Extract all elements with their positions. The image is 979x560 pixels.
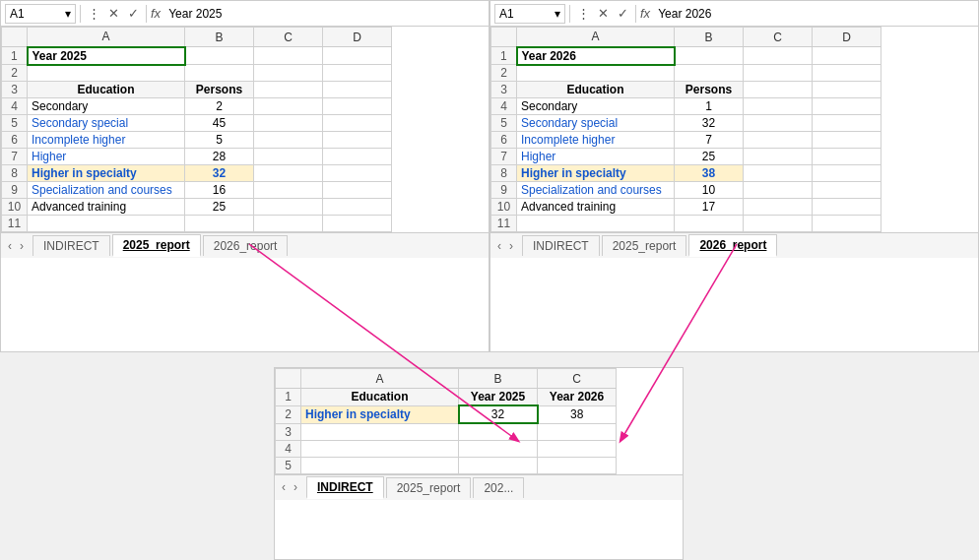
right-cell-B7[interactable]: 25	[675, 149, 744, 165]
left-cell-B2[interactable]	[185, 65, 254, 82]
right-cell-C11[interactable]	[744, 216, 813, 232]
left-cell-A5[interactable]: Secondary special	[28, 115, 185, 132]
left-col-header-D[interactable]: D	[323, 28, 392, 47]
left-cell-A3[interactable]: Education	[28, 82, 185, 98]
right-cell-D1[interactable]	[813, 47, 881, 65]
right-cell-C9[interactable]	[744, 182, 813, 199]
right-tab-prev[interactable]: ‹	[494, 239, 504, 253]
bottom-cell-B2[interactable]: 32	[459, 405, 538, 423]
right-cell-D5[interactable]	[813, 115, 881, 132]
left-cell-C7[interactable]	[254, 149, 323, 165]
left-cell-B8[interactable]: 32	[185, 165, 254, 182]
left-cell-A4[interactable]: Secondary	[28, 98, 185, 115]
left-cell-C8[interactable]	[254, 165, 323, 182]
right-col-header-B[interactable]: B	[675, 28, 744, 47]
right-cell-B6[interactable]: 7	[675, 132, 744, 149]
left-cell-D5[interactable]	[323, 115, 392, 132]
bottom-cell-C4[interactable]	[538, 440, 617, 457]
left-cell-D4[interactable]	[323, 98, 392, 115]
bottom-cell-B3[interactable]	[459, 423, 538, 440]
right-cell-B8[interactable]: 38	[675, 165, 744, 182]
left-cell-B9[interactable]: 16	[185, 182, 254, 199]
bottom-cell-B1[interactable]: Year 2025	[459, 389, 538, 406]
left-tab-prev[interactable]: ‹	[5, 239, 15, 253]
right-cell-B10[interactable]: 17	[675, 199, 744, 216]
left-cell-C6[interactable]	[254, 132, 323, 149]
left-cell-D3[interactable]	[323, 82, 392, 98]
left-cell-B1[interactable]	[185, 47, 254, 65]
right-cell-D3[interactable]	[813, 82, 881, 98]
left-tab-next[interactable]: ›	[17, 239, 27, 253]
left-tab-2026[interactable]: 2026_report	[203, 235, 289, 256]
bottom-cell-A4[interactable]	[301, 440, 459, 457]
right-cell-C10[interactable]	[744, 199, 813, 216]
left-cell-A7[interactable]: Higher	[28, 149, 185, 165]
right-name-box[interactable]: A1 ▾	[494, 4, 565, 24]
left-cell-C2[interactable]	[254, 65, 323, 82]
bottom-cell-A3[interactable]	[301, 423, 459, 440]
right-cell-A11[interactable]	[517, 216, 675, 232]
right-cell-A5[interactable]: Secondary special	[517, 115, 675, 132]
left-cell-B10[interactable]: 25	[185, 199, 254, 216]
right-cell-C6[interactable]	[744, 132, 813, 149]
right-cell-C3[interactable]	[744, 82, 813, 98]
left-cell-A2[interactable]	[28, 65, 185, 82]
right-cell-A1[interactable]: Year 2026	[517, 47, 675, 65]
left-more-icon[interactable]: ⋮	[85, 6, 102, 21]
right-cell-C1[interactable]	[744, 47, 813, 65]
right-cell-A6[interactable]: Incomplete higher	[517, 132, 675, 149]
right-col-header-D[interactable]: D	[813, 28, 881, 47]
right-col-header-A[interactable]: A	[517, 28, 675, 47]
bottom-cell-C5[interactable]	[538, 457, 617, 473]
right-cell-B1[interactable]	[675, 47, 744, 65]
right-cell-D9[interactable]	[813, 182, 881, 199]
bottom-cell-A5[interactable]	[301, 457, 459, 473]
left-cell-D6[interactable]	[323, 132, 392, 149]
bottom-cell-B4[interactable]	[459, 440, 538, 457]
left-cell-B5[interactable]: 45	[185, 115, 254, 132]
right-check-icon[interactable]: ✓	[614, 6, 631, 21]
bottom-cell-C2[interactable]: 38	[538, 405, 617, 423]
right-cell-D11[interactable]	[813, 216, 881, 232]
right-cell-B3[interactable]: Persons	[675, 82, 744, 98]
left-cell-C3[interactable]	[254, 82, 323, 98]
bottom-cell-C1[interactable]: Year 2026	[538, 389, 617, 406]
bottom-tab-2026[interactable]: 202...	[473, 477, 524, 498]
left-cell-B11[interactable]	[185, 216, 254, 232]
right-cell-A8[interactable]: Higher in specialty	[517, 165, 675, 182]
right-cell-C4[interactable]	[744, 98, 813, 115]
left-cell-D9[interactable]	[323, 182, 392, 199]
left-cell-A6[interactable]: Incomplete higher	[28, 132, 185, 149]
bottom-col-header-A[interactable]: A	[301, 369, 459, 389]
left-tab-2025[interactable]: 2025_report	[112, 234, 201, 257]
right-cell-C5[interactable]	[744, 115, 813, 132]
right-cancel-icon[interactable]: ✕	[594, 6, 612, 21]
bottom-col-header-C[interactable]: C	[538, 369, 617, 389]
right-cell-C2[interactable]	[744, 65, 813, 82]
right-col-header-C[interactable]: C	[744, 28, 813, 47]
right-cell-A4[interactable]: Secondary	[517, 98, 675, 115]
right-cell-B9[interactable]: 10	[675, 182, 744, 199]
bottom-cell-A1[interactable]: Education	[301, 389, 459, 406]
left-cell-C10[interactable]	[254, 199, 323, 216]
right-cell-D7[interactable]	[813, 149, 881, 165]
right-cell-D6[interactable]	[813, 132, 881, 149]
left-cell-C4[interactable]	[254, 98, 323, 115]
right-tab-indirect[interactable]: INDIRECT	[522, 235, 600, 256]
left-tab-indirect[interactable]: INDIRECT	[33, 235, 110, 256]
left-cell-A8[interactable]: Higher in specialty	[28, 165, 185, 182]
left-cell-A11[interactable]	[28, 216, 185, 232]
left-cell-C9[interactable]	[254, 182, 323, 199]
left-cell-D8[interactable]	[323, 165, 392, 182]
left-cell-A9[interactable]: Specialization and courses	[28, 182, 185, 199]
bottom-cell-C3[interactable]	[538, 423, 617, 440]
bottom-col-header-B[interactable]: B	[459, 369, 538, 389]
bottom-tab-indirect[interactable]: INDIRECT	[306, 476, 384, 499]
bottom-cell-B5[interactable]	[459, 457, 538, 473]
right-cell-C8[interactable]	[744, 165, 813, 182]
left-col-header-B[interactable]: B	[185, 28, 254, 47]
right-cell-B5[interactable]: 32	[675, 115, 744, 132]
left-cell-D1[interactable]	[323, 47, 392, 65]
left-cell-D7[interactable]	[323, 149, 392, 165]
right-cell-A9[interactable]: Specialization and courses	[517, 182, 675, 199]
